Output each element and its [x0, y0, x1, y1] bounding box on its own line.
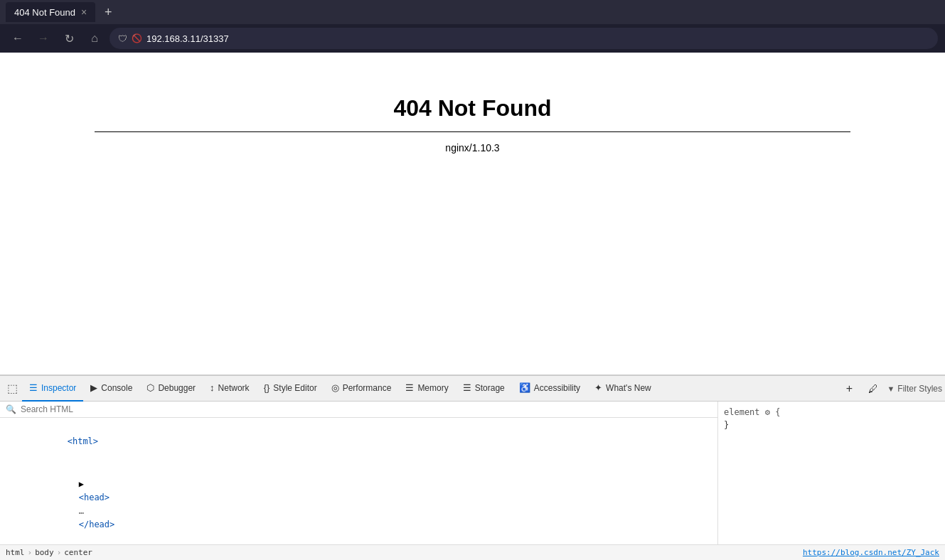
storage-icon: ☰: [463, 382, 471, 393]
nav-bar: ← → ↻ ⌂ 🛡 🚫: [0, 24, 945, 53]
filter-styles: ▼ Filter Styles: [887, 384, 942, 394]
styles-element-rule: element ⚙ {: [724, 407, 939, 417]
back-button[interactable]: ←: [7, 28, 28, 49]
browser-window: 404 Not Found × + ← → ↻ ⌂ 🛡 🚫 404 Not Fo…: [0, 0, 945, 560]
devtools-toolbar-right: + 🖊 ▼ Filter Styles: [838, 378, 942, 399]
memory-label: Memory: [417, 383, 448, 393]
breadcrumb-html[interactable]: html: [6, 548, 25, 557]
inspector-icon: ☰: [29, 382, 38, 393]
accessibility-icon: ♿: [519, 382, 530, 393]
styles-closing-text: }: [724, 420, 729, 430]
tab-accessibility[interactable]: ♿ Accessibility: [512, 376, 587, 402]
styles-closing-brace: }: [724, 420, 939, 430]
add-rule-button[interactable]: +: [838, 378, 860, 399]
performance-label: Performance: [343, 383, 392, 393]
search-html-input[interactable]: [21, 404, 712, 414]
head-ellipsis: …: [79, 506, 84, 516]
tab-title: 404 Not Found: [14, 7, 75, 18]
filter-icon: ▼: [887, 384, 895, 393]
network-icon: ↕: [210, 382, 215, 393]
style-editor-icon: {}: [264, 382, 270, 393]
forward-button[interactable]: →: [33, 28, 54, 49]
home-button[interactable]: ⌂: [84, 28, 105, 49]
reload-button[interactable]: ↻: [58, 28, 80, 49]
filter-styles-label: Filter Styles: [897, 384, 942, 394]
devtools-panels: 🔍 <html> ▶ <head> … </head>: [0, 402, 945, 544]
storage-label: Storage: [475, 383, 505, 393]
html-panel: 🔍 <html> ▶ <head> … </head>: [0, 402, 717, 544]
style-editor-label: Style Editor: [273, 383, 316, 393]
tab-debugger[interactable]: ⬡ Debugger: [139, 376, 203, 402]
tab-performance[interactable]: ◎ Performance: [324, 376, 399, 402]
tracker-icon: 🚫: [132, 33, 142, 43]
whats-new-label: What's New: [606, 383, 651, 393]
tab-storage[interactable]: ☰ Storage: [456, 376, 512, 402]
tab-whats-new[interactable]: ✦ What's New: [587, 376, 658, 402]
error-subtitle: nginx/1.10.3: [445, 142, 499, 154]
devtools-toolbar: ⬚ ☰ Inspector ▶ Console ⬡ Debugger ↕ Net…: [0, 376, 945, 402]
breadcrumb-center[interactable]: center: [64, 548, 92, 557]
tab-memory[interactable]: ☰ Memory: [398, 376, 455, 402]
breadcrumb-bar: html › body › center https://blog.csdn.n…: [0, 544, 945, 560]
breadcrumb-sep-2: ›: [57, 548, 62, 557]
styles-element-text: element ⚙ {: [724, 407, 780, 417]
html-tree: <html> ▶ <head> … </head> ▼ <body bgcolo…: [0, 418, 717, 544]
search-html-bar: 🔍: [0, 402, 717, 418]
url-input[interactable]: [146, 33, 929, 44]
page-content: 404 Not Found nginx/1.10.3: [0, 53, 945, 375]
accessibility-label: Accessibility: [534, 383, 580, 393]
network-label: Network: [218, 383, 250, 393]
breadcrumb-sep-1: ›: [28, 548, 33, 557]
head-node[interactable]: ▶ <head> … </head>: [6, 463, 712, 544]
tab-bar: 404 Not Found × +: [0, 0, 945, 24]
active-tab[interactable]: 404 Not Found ×: [6, 2, 95, 22]
debugger-icon: ⬡: [146, 382, 154, 393]
performance-icon: ◎: [331, 382, 339, 393]
tab-network[interactable]: ↕ Network: [203, 376, 257, 402]
new-tab-button[interactable]: +: [98, 2, 118, 22]
console-label: Console: [101, 383, 132, 393]
debugger-label: Debugger: [158, 383, 196, 393]
head-close-tag: </head>: [79, 519, 115, 529]
status-bar-url[interactable]: https://blog.csdn.net/ZY_Jack: [803, 548, 939, 557]
error-divider: [95, 131, 850, 132]
console-icon: ▶: [90, 382, 97, 393]
tab-inspector[interactable]: ☰ Inspector: [22, 376, 83, 402]
head-triangle[interactable]: ▶: [79, 479, 89, 489]
devtools-panel: ⬚ ☰ Inspector ▶ Console ⬡ Debugger ↕ Net…: [0, 375, 945, 560]
head-tag: <head>: [79, 492, 110, 502]
error-heading: 404 Not Found: [393, 95, 551, 122]
whats-new-icon: ✦: [594, 382, 602, 393]
inspector-label: Inspector: [41, 383, 76, 393]
tab-close-button[interactable]: ×: [81, 7, 87, 17]
html-node[interactable]: <html>: [6, 421, 712, 463]
search-icon: 🔍: [6, 404, 16, 414]
html-tag: <html>: [68, 436, 98, 446]
tab-style-editor[interactable]: {} Style Editor: [257, 376, 324, 402]
pick-element-button[interactable]: ⬚: [3, 376, 22, 402]
memory-icon: ☰: [405, 382, 414, 393]
breadcrumb-body[interactable]: body: [35, 548, 54, 557]
styles-panel: element ⚙ { }: [717, 402, 945, 544]
address-bar[interactable]: 🛡 🚫: [110, 28, 938, 49]
tab-console[interactable]: ▶ Console: [83, 376, 139, 402]
shield-icon: 🛡: [118, 33, 127, 44]
pick-style-button[interactable]: 🖊: [863, 378, 884, 399]
